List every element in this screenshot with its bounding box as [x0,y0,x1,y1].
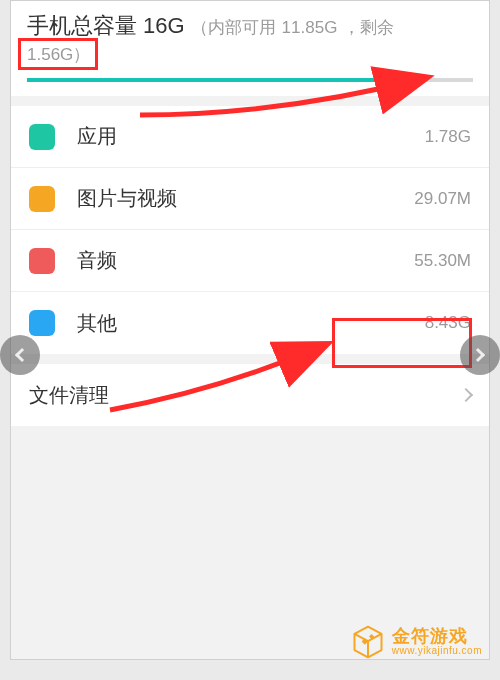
category-label: 应用 [77,123,425,150]
header-remaining: 1.56G [27,45,73,64]
header-subtitle-close: ） [73,45,90,64]
category-swatch-icon [29,310,55,336]
header-title-prefix: 手机总容量 [27,11,137,41]
category-label: 音频 [77,247,414,274]
category-row-apps[interactable]: 应用 1.78G [11,106,489,168]
category-value: 8.43G [425,313,471,333]
category-label: 图片与视频 [77,185,414,212]
header-subtitle-open: （内部可用 [191,16,276,39]
gallery-prev-button[interactable] [0,335,40,375]
category-swatch-icon [29,186,55,212]
gallery-next-button[interactable] [460,335,500,375]
category-label: 其他 [77,310,425,337]
category-swatch-icon [29,248,55,274]
category-swatch-icon [29,124,55,150]
chevron-left-icon [15,348,29,362]
header-subtitle-sep: ，剩余 [343,16,394,39]
chevron-right-icon [471,348,485,362]
cleanup-row[interactable]: 文件清理 [11,364,489,426]
storage-progress-fill [27,78,397,82]
storage-category-list: 应用 1.78G 图片与视频 29.07M 音频 55.30M 其他 8.43G [11,106,489,354]
storage-screen: 手机总容量 16G （内部可用 11.85G ，剩余 1.56G） 应用 1.7… [10,0,490,660]
chevron-right-icon [459,388,473,402]
header-internal-available: 11.85G [282,18,338,38]
category-row-other[interactable]: 其他 8.43G [11,292,489,354]
category-value: 29.07M [414,189,471,209]
category-row-media[interactable]: 图片与视频 29.07M [11,168,489,230]
header-total-capacity: 16G [143,13,185,39]
cleanup-label: 文件清理 [29,382,461,409]
storage-header: 手机总容量 16G （内部可用 11.85G ，剩余 1.56G） [11,1,489,96]
section-gap [11,96,489,106]
category-value: 1.78G [425,127,471,147]
section-gap [11,354,489,364]
category-value: 55.30M [414,251,471,271]
storage-progress-bar [27,78,473,82]
category-row-audio[interactable]: 音频 55.30M [11,230,489,292]
